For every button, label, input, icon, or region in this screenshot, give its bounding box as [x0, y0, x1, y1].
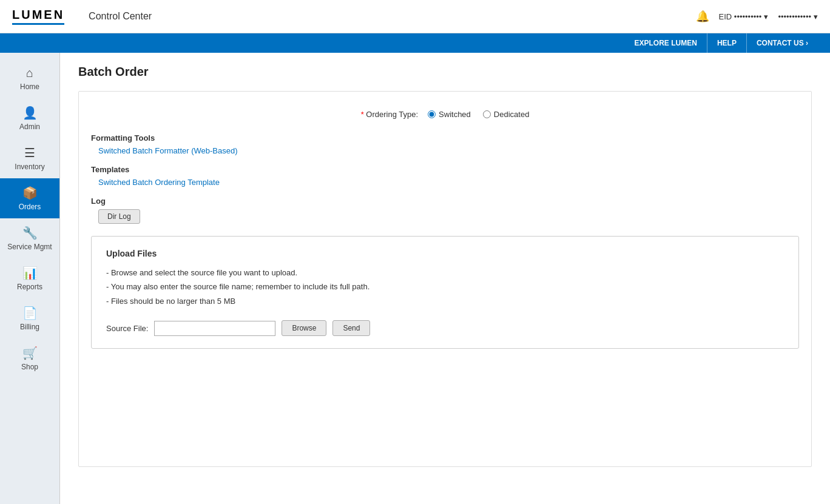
sidebar-item-orders[interactable]: 📦 Orders [0, 178, 59, 218]
radio-option-switched[interactable]: Switched [428, 110, 471, 119]
user-label: •••••••••••• [778, 12, 811, 21]
sidebar-item-inventory[interactable]: ☰ Inventory [0, 138, 59, 178]
main-content: Batch Order * Ordering Type: Switched De… [60, 53, 830, 504]
upload-title: Upload Files [106, 249, 784, 258]
templates-section: Templates Switched Batch Ordering Templa… [91, 165, 799, 197]
upload-instruction-3: - Files should be no larger than 5 MB [106, 294, 784, 308]
sidebar-item-label-orders: Orders [19, 203, 41, 211]
sidebar-item-reports[interactable]: 📊 Reports [0, 258, 59, 298]
log-section: Log Dir Log [91, 197, 799, 224]
sidebar-item-label-admin: Admin [19, 123, 40, 131]
shop-icon: 🛒 [22, 346, 38, 360]
radio-switched[interactable] [428, 110, 436, 118]
top-header: LUMEN Control Center 🔔 EID •••••••••• ▾ … [0, 0, 830, 33]
billing-icon: 📄 [22, 306, 38, 320]
radio-option-dedicated[interactable]: Dedicated [483, 110, 530, 119]
sidebar-item-admin[interactable]: 👤 Admin [0, 98, 59, 138]
sidebar-item-service-mgmt[interactable]: 🔧 Service Mgmt [0, 218, 59, 258]
page-title: Batch Order [78, 65, 812, 79]
sidebar-item-label-billing: Billing [20, 323, 39, 331]
upload-instruction-2: - You may also enter the source file nam… [106, 280, 784, 294]
admin-icon: 👤 [22, 106, 38, 120]
templates-link[interactable]: Switched Batch Ordering Template [98, 178, 220, 187]
sidebar-item-label-shop: Shop [21, 363, 38, 371]
ordering-type-row: * Ordering Type: Switched Dedicated [91, 110, 799, 119]
contact-us-link[interactable]: CONTACT US › [747, 33, 818, 53]
dir-log-button[interactable]: Dir Log [98, 209, 140, 224]
upload-instruction-1: - Browse and select the source file you … [106, 266, 784, 280]
sidebar-item-label-home: Home [20, 82, 39, 91]
sidebar-item-shop[interactable]: 🛒 Shop [0, 338, 59, 378]
service-mgmt-icon: 🔧 [22, 226, 38, 240]
upload-files-box: Upload Files - Browse and select the sou… [91, 236, 799, 349]
sidebar-item-billing[interactable]: 📄 Billing [0, 298, 59, 338]
main-layout: ⌂ Home 👤 Admin ☰ Inventory 📦 Orders 🔧 Se… [0, 53, 830, 504]
sidebar-item-label-reports: Reports [17, 283, 42, 291]
orders-icon: 📦 [22, 186, 38, 200]
formatting-tools-title: Formatting Tools [91, 133, 799, 143]
header-right: 🔔 EID •••••••••• ▾ •••••••••••• ▾ [696, 10, 818, 23]
send-button[interactable]: Send [332, 320, 370, 336]
help-link[interactable]: HELP [707, 33, 747, 53]
home-icon: ⌂ [26, 66, 33, 80]
formatting-tools-link[interactable]: Switched Batch Formatter (Web-Based) [98, 146, 238, 155]
radio-dedicated-label: Dedicated [494, 110, 530, 119]
inventory-icon: ☰ [24, 146, 35, 160]
required-marker: * [361, 110, 364, 119]
explore-lumen-link[interactable]: EXPLORE LUMEN [625, 33, 707, 53]
source-file-row: Source File: Browse Send [106, 320, 784, 336]
radio-group: Switched Dedicated [428, 110, 529, 119]
formatting-tools-section: Formatting Tools Switched Batch Formatte… [91, 133, 799, 165]
browse-button[interactable]: Browse [282, 320, 326, 336]
sidebar-item-label-service-mgmt: Service Mgmt [7, 243, 52, 251]
source-file-input[interactable] [154, 321, 275, 336]
app-title: Control Center [89, 11, 152, 22]
sidebar-item-home[interactable]: ⌂ Home [0, 59, 59, 98]
eid-label: EID •••••••••• [719, 12, 762, 21]
sidebar: ⌂ Home 👤 Admin ☰ Inventory 📦 Orders 🔧 Se… [0, 53, 60, 504]
templates-title: Templates [91, 165, 799, 174]
eid-chevron-icon: ▾ [764, 12, 768, 21]
blue-nav-bar: EXPLORE LUMEN HELP CONTACT US › [0, 33, 830, 53]
bell-icon[interactable]: 🔔 [696, 10, 709, 23]
form-container: * Ordering Type: Switched Dedicated For [78, 91, 812, 467]
radio-switched-label: Switched [439, 110, 471, 119]
ordering-type-label: * Ordering Type: [361, 110, 418, 119]
source-file-label: Source File: [106, 324, 148, 333]
sidebar-item-label-inventory: Inventory [15, 163, 44, 171]
log-title: Log [91, 197, 799, 206]
user-chevron-icon: ▾ [814, 12, 818, 21]
ordering-type-text: Ordering Type: [366, 110, 418, 119]
lumen-logo: LUMEN [12, 8, 64, 25]
eid-dropdown[interactable]: EID •••••••••• ▾ [719, 12, 769, 21]
radio-dedicated[interactable] [483, 110, 491, 118]
user-dropdown[interactable]: •••••••••••• ▾ [778, 12, 818, 21]
reports-icon: 📊 [22, 266, 38, 280]
upload-instructions: - Browse and select the source file you … [106, 266, 784, 308]
